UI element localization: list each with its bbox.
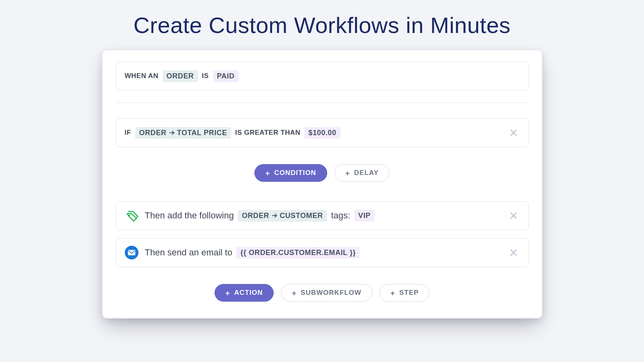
add-condition-button[interactable]: + CONDITION xyxy=(254,164,327,182)
condition-card[interactable]: IF ORDER TOTAL PRICE IS GREATER THAN $10… xyxy=(116,118,529,147)
action-tag-path-b: CUSTOMER xyxy=(280,212,323,220)
add-step-button[interactable]: + STEP xyxy=(380,284,430,302)
action-tag-path-chip[interactable]: ORDER CUSTOMER xyxy=(238,210,327,222)
arrow-right-icon xyxy=(271,212,278,219)
trigger-verb: IS xyxy=(202,72,209,80)
svg-point-3 xyxy=(129,214,130,216)
action-tag-card[interactable]: Then add the following ORDER CUSTOMER ta… xyxy=(116,201,529,230)
condition-path-a: ORDER xyxy=(139,129,167,137)
trigger-prefix: WHEN AN xyxy=(125,72,159,80)
condition-path-chip[interactable]: ORDER TOTAL PRICE xyxy=(135,127,231,139)
remove-action-email-button[interactable] xyxy=(508,247,520,259)
page-title: Create Custom Workflows in Minutes xyxy=(0,0,644,38)
add-action-button[interactable]: + ACTION xyxy=(215,284,274,302)
add-condition-label: CONDITION xyxy=(274,169,316,177)
mail-icon xyxy=(125,246,138,259)
action-button-row: + ACTION + SUBWORKFLOW + STEP xyxy=(116,284,529,302)
action-tag-value-chip[interactable]: VIP xyxy=(354,210,375,222)
condition-value-chip[interactable]: $100.00 xyxy=(304,127,340,139)
plus-icon: + xyxy=(345,169,350,177)
condition-path-b: TOTAL PRICE xyxy=(177,129,227,137)
divider xyxy=(116,103,529,103)
condition-prefix: IF xyxy=(125,129,131,137)
action-email-template-chip[interactable]: {{ ORDER.CUSTOMER.EMAIL }} xyxy=(236,247,360,259)
condition-button-row: + CONDITION + DELAY xyxy=(116,164,529,182)
tag-icon xyxy=(125,209,138,222)
add-action-label: ACTION xyxy=(234,289,263,297)
action-tag-path-a: ORDER xyxy=(242,212,269,220)
trigger-card[interactable]: WHEN AN ORDER IS PAID xyxy=(116,62,529,90)
action-tag-suffix: tags: xyxy=(331,210,350,221)
condition-operator: IS GREATER THAN xyxy=(235,129,300,137)
add-subworkflow-label: SUBWORKFLOW xyxy=(301,289,361,297)
action-tag-prefix: Then add the following xyxy=(145,210,234,221)
add-subworkflow-button[interactable]: + SUBWORKFLOW xyxy=(281,284,372,302)
remove-condition-button[interactable] xyxy=(508,127,520,139)
remove-action-tag-button[interactable] xyxy=(508,210,520,222)
add-delay-label: DELAY xyxy=(354,169,379,177)
svg-rect-7 xyxy=(128,250,135,255)
action-email-prefix: Then send an email to xyxy=(145,247,233,258)
plus-icon: + xyxy=(225,289,230,297)
trigger-entity-chip[interactable]: ORDER xyxy=(163,70,198,82)
plus-icon: + xyxy=(292,289,297,297)
plus-icon: + xyxy=(390,289,395,297)
trigger-state-chip[interactable]: PAID xyxy=(213,70,239,82)
add-delay-button[interactable]: + DELAY xyxy=(334,164,390,182)
arrow-right-icon xyxy=(169,130,175,136)
workflow-builder-panel: WHEN AN ORDER IS PAID IF ORDER TOTAL PRI… xyxy=(102,49,543,319)
add-step-label: STEP xyxy=(399,289,419,297)
plus-icon: + xyxy=(265,169,270,177)
action-email-card[interactable]: Then send an email to {{ ORDER.CUSTOMER.… xyxy=(116,238,529,267)
